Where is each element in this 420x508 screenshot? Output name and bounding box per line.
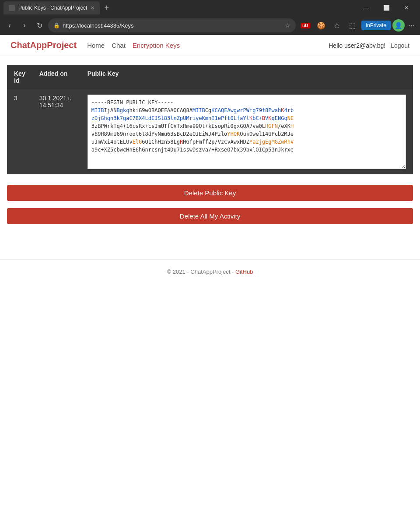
key-id-cell: 3 [7,89,32,174]
navbar: ChatAppProject Home Chat Encryption Keys… [0,35,420,56]
navbar-right: Hello user2@abv.bg! Logout [329,42,410,49]
tab-title: Public Keys - ChatAppProject [18,5,87,11]
key-value-cell: -----BEGIN PUBLIC KEY----- MIIBIjANBgkqh… [80,89,413,174]
avatar-icon: 👤 [395,22,402,29]
key-line-5: uJmVxi4otELUvElG6Q1ChHzn58LgRHGfpFmff2p/… [91,138,402,146]
maximize-button[interactable]: ⬜ [376,0,396,16]
public-key-display[interactable]: -----BEGIN PUBLIC KEY----- MIIBIjANBgkqh… [88,95,406,169]
key-line-6: a9c+XZ5cbwcHnE6hGnrcsnjt4Du71sswDszva/+R… [91,146,402,154]
back-button[interactable]: ‹ [4,19,16,32]
extension-ublock-button[interactable]: uD [298,18,312,32]
cookie-icon: 🍪 [317,21,326,30]
inprivate-label: InPrivate [366,22,386,28]
navbar-home-link[interactable]: Home [87,42,105,49]
key-line-2: zDjGhgn3k7gaC7BX4LdEJSl83lnZpUMriyeKmnI1… [91,114,402,122]
window-controls: — ⬜ ✕ [356,0,416,16]
minimize-button[interactable]: — [356,0,376,16]
col-header-added-on: Added on [32,65,80,89]
table-header-row: Key Id Added on Public Key [7,65,413,89]
browser-toolbar: ‹ › ↻ 🔒 https://localhost:44335/Keys ☆ u… [0,16,420,35]
main-container: Key Id Added on Public Key 3 30.1.2021 г… [0,56,420,233]
browser-titlebar: Public Keys - ChatAppProject ✕ + — ⬜ ✕ [0,0,420,16]
browser-window: Public Keys - ChatAppProject ✕ + — ⬜ ✕ ‹… [0,0,420,473]
ublock-badge: uD [301,23,310,28]
inprivate-button[interactable]: InPrivate [361,21,391,30]
key-line-header: -----BEGIN PUBLIC KEY----- [91,99,402,106]
url-display: https://localhost:44335/Keys [63,22,282,29]
favorites-button[interactable]: ☆ [330,18,344,32]
cookie-button[interactable]: 🍪 [314,18,328,32]
screenshot-icon: ⬚ [349,21,356,30]
footer-github-link[interactable]: GitHub [235,268,253,275]
key-line-3: 3zBPWrkTq4+16csRx+csImUTfCVTxRme99Ot+kEs… [91,122,402,130]
keys-table: Key Id Added on Public Key 3 30.1.2021 г… [7,65,413,174]
action-buttons: Delete Public Key Delete All My Activity [7,185,413,224]
navbar-greeting: Hello user2@abv.bg! [329,42,385,49]
more-options-button[interactable]: ··· [406,21,416,30]
page-content: ChatAppProject Home Chat Encryption Keys… [0,35,420,473]
close-button[interactable]: ✕ [396,0,416,16]
screenshot-button[interactable]: ⬚ [346,18,360,32]
tab-close-button[interactable]: ✕ [91,5,94,11]
new-tab-button[interactable]: + [102,4,112,13]
footer-copyright: © 2021 - ChatAppProject - [167,268,235,275]
key-line-1: MIIBIjANBgkqhkiG9w0BAQEFAAOCAQ8AMIIBCgKC… [91,106,402,114]
col-header-key-id: Key Id [7,65,32,89]
refresh-button[interactable]: ↻ [33,19,46,32]
browser-tab[interactable]: Public Keys - ChatAppProject ✕ [4,1,100,14]
address-bar[interactable]: 🔒 https://localhost:44335/Keys ☆ [48,18,296,32]
navbar-logout-link[interactable]: Logout [391,42,410,49]
tab-favicon [9,5,15,11]
page-footer: © 2021 - ChatAppProject - GitHub [0,259,420,284]
navbar-brand[interactable]: ChatAppProject [10,40,77,50]
navbar-links: Home Chat Encryption Keys [87,42,180,49]
delete-all-activity-button[interactable]: Delete All My Activity [7,208,413,224]
key-textarea-wrapper: -----BEGIN PUBLIC KEY----- MIIBIjANBgkqh… [88,95,406,169]
favorites-star-icon[interactable]: ☆ [285,22,290,29]
forward-button[interactable]: › [18,19,31,32]
profile-avatar[interactable]: 👤 [392,19,405,32]
table-row: 3 30.1.2021 г. 14:51:34 -----BEGIN PUBLI… [7,89,413,174]
delete-public-key-button[interactable]: Delete Public Key [7,185,413,201]
key-line-4: v89H89mU69nroot6t8dPyNmu63sBcD2eQJEiWJ4P… [91,130,402,138]
lock-icon: 🔒 [53,22,60,28]
favorites-icon: ☆ [334,21,340,30]
toolbar-icons: uD 🍪 ☆ ⬚ InPrivate 👤 ··· [298,18,416,32]
key-date-cell: 30.1.2021 г. 14:51:34 [32,89,80,174]
navbar-encryption-keys-link[interactable]: Encryption Keys [133,42,180,49]
col-header-public-key: Public Key [80,65,413,89]
navbar-chat-link[interactable]: Chat [112,42,126,49]
